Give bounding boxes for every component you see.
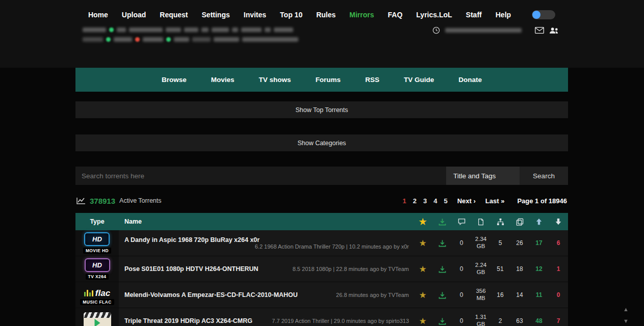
scroll-down-arrow[interactable]: ▼ bbox=[623, 318, 629, 324]
redacted-text bbox=[174, 37, 189, 42]
pagination-pages: 12345 bbox=[403, 197, 448, 205]
chart-icon bbox=[76, 197, 86, 204]
show-top-torrents-bar[interactable]: Show Top Torrents bbox=[75, 101, 568, 118]
completed-count: 63 bbox=[510, 308, 529, 326]
scroll-up-arrow[interactable]: ▲ bbox=[623, 307, 629, 312]
table-header-name[interactable]: Name bbox=[119, 218, 413, 225]
online-users-icon[interactable] bbox=[549, 27, 559, 34]
pagination-page-1[interactable]: 1 bbox=[403, 197, 406, 205]
top-nav-item-staff[interactable]: Staff bbox=[466, 11, 482, 19]
top-nav-item-mirrors[interactable]: Mirrors bbox=[349, 11, 374, 19]
category-label: TV X264 bbox=[86, 274, 109, 280]
redacted-text bbox=[274, 28, 293, 32]
theme-toggle[interactable] bbox=[532, 10, 555, 19]
torrent-title[interactable]: Melendi-Volvamos A Empezar-ES-CD-FLAC-20… bbox=[124, 291, 298, 298]
sort-bookmark-star-icon[interactable]: ★ bbox=[413, 218, 432, 226]
sort-comments-icon[interactable] bbox=[452, 218, 471, 226]
torrent-title[interactable]: Pose S01E01 1080p HDTV H264-ONTHERUN bbox=[124, 265, 259, 273]
sort-download-icon[interactable] bbox=[432, 218, 452, 226]
pagination-last[interactable]: Last » bbox=[485, 197, 505, 205]
sort-files-icon[interactable] bbox=[491, 218, 510, 226]
category-cell[interactable]: HDTV X264 bbox=[75, 256, 119, 282]
sort-completed-icon[interactable] bbox=[510, 218, 529, 226]
size-value: 1.31 bbox=[475, 314, 486, 321]
main-nav-item-browse[interactable]: Browse bbox=[162, 76, 187, 84]
pagination-next[interactable]: Next › bbox=[457, 197, 476, 205]
main-nav: BrowseMoviesTV showsForumsRSSTV GuideDon… bbox=[75, 68, 568, 92]
files-count: 51 bbox=[491, 256, 510, 282]
theme-toggle-knob bbox=[532, 11, 540, 19]
messages-icon[interactable] bbox=[535, 27, 544, 34]
search-button[interactable]: Search bbox=[520, 167, 568, 185]
top-nav-item-top-10[interactable]: Top 10 bbox=[280, 11, 302, 19]
completed-count: 14 bbox=[510, 282, 529, 308]
bookmark-star-icon[interactable]: ★ bbox=[413, 230, 432, 256]
redacted-text bbox=[129, 28, 163, 32]
redacted-text bbox=[241, 28, 262, 32]
torrent-table: Type Name ★ HDMOVIE HDA Dandy in Aspic 1… bbox=[75, 213, 568, 326]
search-row: Title and Tags Search bbox=[75, 167, 568, 185]
size-cell: 2.34GB bbox=[471, 230, 491, 256]
torrent-title[interactable]: Triple Threat 2019 HDRip AC3 X264-CMRG bbox=[124, 317, 252, 324]
download-icon[interactable] bbox=[432, 230, 452, 256]
pagination-page-2[interactable]: 2 bbox=[413, 197, 417, 205]
size-value: 2.34 bbox=[475, 236, 486, 243]
bookmark-star-icon[interactable]: ★ bbox=[413, 308, 432, 326]
show-categories-bar[interactable]: Show Categories bbox=[75, 134, 568, 151]
top-nav-item-lyrics-lol[interactable]: Lyrics.LoL bbox=[416, 11, 452, 19]
table-header-type[interactable]: Type bbox=[75, 218, 119, 225]
redacted-text bbox=[166, 28, 181, 32]
site-header: HomeUploadRequestSettingsInvitesTop 10Ru… bbox=[0, 0, 644, 68]
size-value: 2.24 bbox=[475, 262, 486, 269]
bookmark-star-icon[interactable]: ★ bbox=[413, 282, 432, 308]
download-icon[interactable] bbox=[432, 282, 452, 308]
sort-seeders-icon[interactable] bbox=[529, 218, 549, 225]
sort-leechers-icon[interactable] bbox=[549, 218, 568, 225]
main-nav-item-donate[interactable]: Donate bbox=[458, 76, 482, 84]
redacted-text bbox=[265, 28, 271, 32]
redacted-text bbox=[114, 37, 132, 42]
top-nav-item-request[interactable]: Request bbox=[160, 11, 188, 19]
redacted-text bbox=[83, 37, 103, 42]
redacted-user-stats bbox=[83, 28, 298, 42]
files-count: 2 bbox=[491, 308, 510, 326]
pagination-page-3[interactable]: 3 bbox=[423, 197, 427, 205]
torrent-rows: HDMOVIE HDA Dandy in Aspic 1968 720p Blu… bbox=[75, 230, 568, 326]
search-input[interactable] bbox=[75, 167, 446, 185]
category-cell[interactable]: HDMOVIE HD bbox=[75, 230, 119, 256]
main-nav-item-movies[interactable]: Movies bbox=[211, 76, 235, 84]
pagination: 12345 Next › Last » Page 1 of 18946 bbox=[403, 197, 567, 205]
torrent-title[interactable]: A Dandy in Aspic 1968 720p BluRay x264 x… bbox=[124, 236, 260, 243]
top-nav-item-home[interactable]: Home bbox=[88, 11, 108, 19]
flac-logo: flac bbox=[84, 285, 110, 297]
main-nav-item-forums[interactable]: Forums bbox=[316, 76, 341, 84]
sort-file-size-icon[interactable] bbox=[471, 218, 491, 226]
main-nav-item-tv-shows[interactable]: TV shows bbox=[259, 76, 291, 84]
top-nav-item-help[interactable]: Help bbox=[496, 11, 511, 19]
torrent-meta: 26.8 minutes ago by TVTeam bbox=[336, 292, 409, 298]
category-label: MUSIC FLAC bbox=[80, 299, 114, 305]
top-nav-item-upload[interactable]: Upload bbox=[122, 11, 146, 19]
stats-row: 378913 Active Torrents 12345 Next › Last… bbox=[75, 194, 568, 208]
redacted-text bbox=[117, 28, 126, 32]
size-unit: GB bbox=[477, 269, 485, 276]
top-nav-item-invites[interactable]: Invites bbox=[244, 11, 266, 19]
top-nav-item-faq[interactable]: FAQ bbox=[388, 11, 403, 19]
play-icon bbox=[94, 319, 100, 326]
redacted-text bbox=[212, 28, 229, 32]
main-nav-item-tv-guide[interactable]: TV Guide bbox=[404, 76, 434, 84]
comments-count: 0 bbox=[452, 282, 471, 308]
download-icon[interactable] bbox=[432, 308, 452, 326]
pagination-page-4[interactable]: 4 bbox=[433, 197, 437, 205]
download-icon[interactable] bbox=[432, 256, 452, 282]
main-nav-item-rss[interactable]: RSS bbox=[365, 76, 379, 84]
redacted-text bbox=[232, 28, 238, 32]
search-filter-select[interactable]: Title and Tags bbox=[446, 167, 520, 185]
leechers-count: 7 bbox=[549, 308, 568, 326]
pagination-page-5[interactable]: 5 bbox=[444, 197, 448, 205]
category-cell[interactable] bbox=[75, 308, 119, 326]
bookmark-star-icon[interactable]: ★ bbox=[413, 256, 432, 282]
top-nav-item-rules[interactable]: Rules bbox=[316, 11, 336, 19]
category-cell[interactable]: flacMUSIC FLAC bbox=[75, 282, 119, 308]
top-nav-item-settings[interactable]: Settings bbox=[202, 11, 230, 19]
